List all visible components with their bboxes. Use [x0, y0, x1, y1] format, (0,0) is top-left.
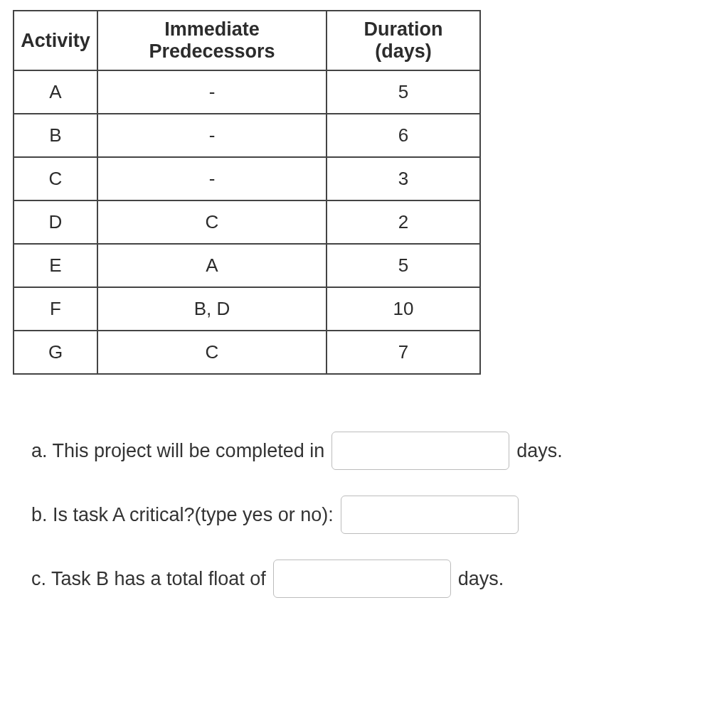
question-b-prefix: b. Is task A critical?(type yes or no):	[31, 504, 334, 526]
cell-duration: 7	[327, 331, 480, 374]
cell-predecessors: -	[97, 70, 327, 114]
question-a: a. This project will be completed in day…	[31, 432, 714, 470]
cell-predecessors: B, D	[97, 287, 327, 331]
table-row: C - 3	[14, 157, 480, 200]
table-row: D C 2	[14, 200, 480, 244]
answer-b-input[interactable]	[341, 496, 519, 534]
cell-duration: 5	[327, 70, 480, 114]
questions-block: a. This project will be completed in day…	[13, 432, 714, 598]
question-b: b. Is task A critical?(type yes or no):	[31, 496, 714, 534]
question-a-prefix: a. This project will be completed in	[31, 440, 324, 462]
question-c: c. Task B has a total float of days.	[31, 560, 714, 598]
cell-activity: F	[14, 287, 97, 331]
table-row: F B, D 10	[14, 287, 480, 331]
question-c-suffix: days.	[458, 568, 504, 590]
cell-activity: C	[14, 157, 97, 200]
cell-activity: G	[14, 331, 97, 374]
cell-predecessors: A	[97, 244, 327, 287]
header-activity: Activity	[14, 11, 97, 70]
cell-predecessors: C	[97, 331, 327, 374]
cell-predecessors: C	[97, 200, 327, 244]
header-duration: Duration (days)	[327, 11, 480, 70]
table-header-row: Activity Immediate Predecessors Duration…	[14, 11, 480, 70]
cell-duration: 6	[327, 114, 480, 157]
answer-c-input[interactable]	[273, 560, 451, 598]
cell-predecessors: -	[97, 157, 327, 200]
question-c-prefix: c. Task B has a total float of	[31, 568, 266, 590]
answer-a-input[interactable]	[331, 432, 509, 470]
cell-activity: A	[14, 70, 97, 114]
cell-activity: B	[14, 114, 97, 157]
activity-table: Activity Immediate Predecessors Duration…	[13, 10, 481, 375]
cell-duration: 3	[327, 157, 480, 200]
table-row: E A 5	[14, 244, 480, 287]
cell-activity: D	[14, 200, 97, 244]
cell-duration: 10	[327, 287, 480, 331]
table-row: B - 6	[14, 114, 480, 157]
table-row: G C 7	[14, 331, 480, 374]
header-predecessors: Immediate Predecessors	[97, 11, 327, 70]
cell-activity: E	[14, 244, 97, 287]
cell-duration: 5	[327, 244, 480, 287]
cell-duration: 2	[327, 200, 480, 244]
question-a-suffix: days.	[516, 440, 563, 462]
cell-predecessors: -	[97, 114, 327, 157]
table-row: A - 5	[14, 70, 480, 114]
